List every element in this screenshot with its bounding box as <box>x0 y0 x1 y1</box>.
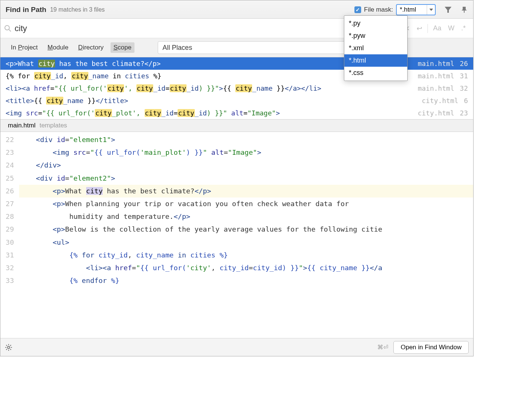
mask-option[interactable]: *.pyw <box>344 30 407 42</box>
file-mask-group: ✓ File mask: <box>354 4 436 15</box>
result-row[interactable]: <img src="{{ url_for('city_plot', city_i… <box>0 107 473 119</box>
match-case-toggle[interactable]: Aa <box>433 24 441 32</box>
preview-dir: templates <box>39 122 67 129</box>
open-in-find-window-button[interactable]: Open in Find Window <box>393 341 469 354</box>
svg-point-6 <box>7 346 10 349</box>
pin-icon[interactable] <box>460 6 468 13</box>
file-mask-input-wrap <box>396 4 436 15</box>
svg-point-4 <box>5 25 9 30</box>
mask-option[interactable]: *.css <box>344 67 407 79</box>
scope-tab-module[interactable]: Module <box>45 42 72 53</box>
mask-option[interactable]: *.html <box>344 54 407 67</box>
file-mask-checkbox[interactable]: ✓ <box>354 6 361 13</box>
regex-toggle[interactable]: .* <box>461 24 466 32</box>
scope-select-value: All Places <box>163 44 192 52</box>
result-location: main.html 26 <box>418 60 468 67</box>
result-row[interactable]: <li><a href="{{ url_for('city', city_id=… <box>0 82 473 94</box>
scope-select[interactable]: All Places <box>158 41 368 54</box>
chevron-down-icon <box>429 9 433 11</box>
scope-tab-directory[interactable]: Directory <box>75 42 107 53</box>
mask-option[interactable]: *.xml <box>344 42 407 54</box>
result-location: city.html 23 <box>418 109 468 117</box>
settings-gear-icon[interactable] <box>5 344 12 351</box>
svg-marker-0 <box>429 9 433 11</box>
match-count-label: 19 matches in 3 files <box>50 6 105 13</box>
svg-marker-1 <box>445 7 451 13</box>
result-location: main.html 32 <box>418 84 468 92</box>
separator <box>427 24 428 33</box>
scope-tab-in-project[interactable]: In Project <box>8 42 41 53</box>
filter-icon[interactable] <box>444 6 452 13</box>
file-mask-dropdown[interactable]: *.py*.pyw*.xml*.html*.css <box>344 15 408 81</box>
dialog-footer: ⌘⏎ Open in Find Window <box>0 338 473 356</box>
editor-gutter: 222324252627282930313233 <box>0 132 19 297</box>
svg-line-13 <box>6 349 7 350</box>
dialog-title: Find in Path <box>6 6 46 14</box>
scope-tab-scope[interactable]: Scope <box>111 42 134 53</box>
search-icon <box>4 25 12 32</box>
svg-line-12 <box>10 349 11 350</box>
mask-option[interactable]: *.py <box>344 17 407 30</box>
svg-line-5 <box>9 30 11 31</box>
preview-editor[interactable]: 222324252627282930313233 <div id="elemen… <box>0 132 473 297</box>
svg-line-14 <box>10 345 11 346</box>
history-icon[interactable]: ↩︎ <box>417 24 422 33</box>
result-location: main.html 31 <box>418 72 468 80</box>
file-mask-label: File mask: <box>364 6 393 13</box>
editor-body[interactable]: <div id="element1"> <img src="{{ url_for… <box>19 132 473 297</box>
words-toggle[interactable]: W <box>448 24 454 32</box>
file-mask-dropdown-button[interactable] <box>427 5 435 15</box>
preview-file-name: main.html <box>8 122 36 129</box>
svg-marker-2 <box>462 7 467 10</box>
svg-line-11 <box>6 345 7 346</box>
svg-rect-3 <box>464 10 465 13</box>
search-input[interactable] <box>13 24 392 33</box>
file-mask-input[interactable] <box>397 6 427 13</box>
result-location: city.html 6 <box>422 97 468 105</box>
shortcut-hint: ⌘⏎ <box>377 344 388 351</box>
scope-tabs: In ProjectModuleDirectoryScope <box>8 42 134 53</box>
preview-header: main.html templates <box>0 119 473 132</box>
result-row[interactable]: <title>{{ city_name }}</title>city.html … <box>0 94 473 107</box>
